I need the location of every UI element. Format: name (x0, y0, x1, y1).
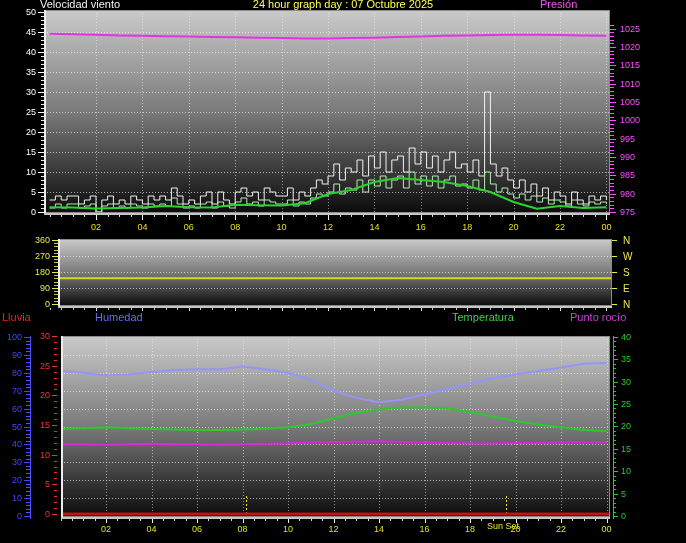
temperature-title: Temperatura (452, 312, 514, 323)
weather-graph-canvas (0, 0, 686, 543)
sunset-label: Sun Set (487, 522, 519, 531)
weather-24h-graph-window: 24 hour graph day : 07 Octubre 2025 Velo… (0, 0, 686, 543)
humidity-title: Humedad (95, 312, 143, 323)
dew-point-title: Punto rocío (570, 312, 626, 323)
rain-title: Lluvia (2, 312, 31, 323)
pressure-title: Presión (540, 0, 577, 10)
wind-speed-title: Velocidad viento (40, 0, 120, 10)
